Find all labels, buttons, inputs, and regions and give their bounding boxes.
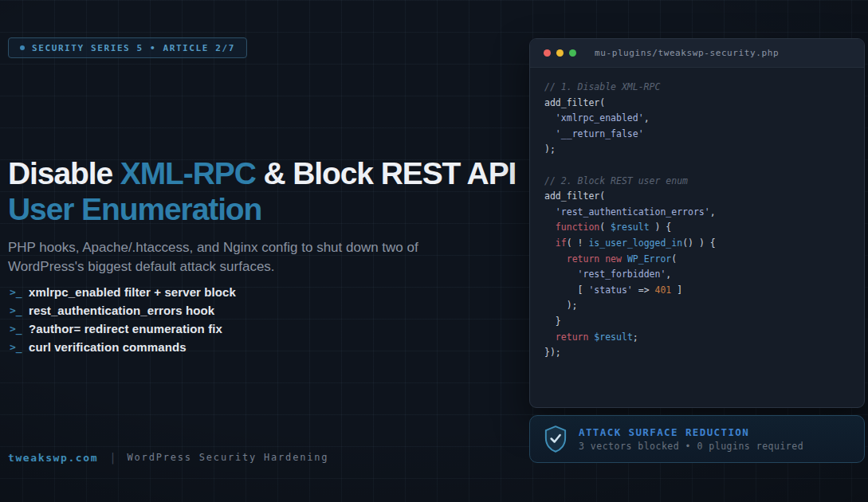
code-token: function bbox=[556, 222, 599, 233]
code-line: ); bbox=[544, 142, 853, 158]
brand-footer: tweakswp.com | WordPress Security Harden… bbox=[8, 451, 328, 464]
code-token: $result bbox=[594, 331, 632, 343]
code-token bbox=[544, 222, 556, 233]
terminal-prompt-icon: >_ bbox=[10, 341, 29, 353]
checklist-item: >_rest_authentication_errors hook bbox=[10, 304, 236, 316]
checklist-item: >_xmlrpc_enabled filter + server block bbox=[10, 285, 236, 298]
code-line: } bbox=[544, 314, 853, 330]
code-token bbox=[544, 112, 556, 124]
code-line: function( $result ) { bbox=[544, 220, 853, 236]
series-badge-label: SECURITY SERIES 5 • ARTICLE 2/7 bbox=[32, 43, 235, 53]
code-line: ); bbox=[544, 298, 853, 314]
code-line: 'rest_forbidden', bbox=[544, 267, 853, 283]
hero-card: SECURITY SERIES 5 • ARTICLE 2/7 Disable … bbox=[0, 0, 868, 502]
code-line: }); bbox=[544, 345, 853, 361]
code-token: ] bbox=[671, 284, 682, 296]
code-token: ; bbox=[633, 331, 638, 343]
page-subtitle: PHP hooks, Apache/.htaccess, and Nginx c… bbox=[8, 238, 422, 276]
brand-url[interactable]: tweakswp.com bbox=[8, 452, 98, 464]
window-filename: mu-plugins/tweakswp-security.php bbox=[595, 48, 779, 58]
page-title: Disable XML-RPC & Block REST API User En… bbox=[8, 155, 518, 227]
checklist-item-label: xmlrpc_enabled filter + server block bbox=[29, 285, 236, 299]
page-title-line2: User Enumeration bbox=[8, 192, 261, 226]
code-token: 'status' bbox=[588, 284, 632, 296]
code-token: add_filter( bbox=[544, 97, 605, 108]
badge-dot-icon bbox=[20, 45, 25, 50]
code-token: return bbox=[567, 253, 600, 265]
code-token: return bbox=[556, 331, 589, 343]
terminal-prompt-icon: >_ bbox=[10, 304, 29, 316]
checklist-item-label: ?author= redirect enumeration fix bbox=[29, 322, 222, 335]
code-token: , bbox=[644, 112, 650, 124]
feature-checklist: >_xmlrpc_enabled filter + server block>_… bbox=[10, 285, 236, 353]
code-line: return new WP_Error( bbox=[544, 252, 853, 268]
code-token: ); bbox=[544, 300, 578, 311]
code-token: ( bbox=[599, 222, 611, 233]
code-token: () ) { bbox=[682, 237, 716, 249]
code-token: new bbox=[605, 253, 622, 265]
code-token: if bbox=[556, 237, 567, 249]
code-token: 401 bbox=[654, 284, 671, 296]
code-token: } bbox=[544, 316, 561, 327]
code-token: WP_Error bbox=[627, 253, 671, 265]
code-token: , bbox=[666, 269, 671, 280]
title-segment: Disable bbox=[8, 156, 120, 190]
code-line: [ 'status' => 401 ] bbox=[544, 283, 853, 299]
card-subtitle: 3 vectors blocked • 0 plugins required bbox=[579, 441, 803, 452]
code-line: // 2. Block REST user enum bbox=[544, 174, 853, 190]
code-line: if( ! is_user_logged_in() ) { bbox=[544, 236, 853, 252]
code-token: ( ! bbox=[567, 237, 589, 249]
title-segment: XML-RPC bbox=[120, 156, 256, 190]
close-window-button[interactable] bbox=[544, 49, 551, 57]
terminal-prompt-icon: >_ bbox=[10, 286, 29, 298]
code-line: return $result; bbox=[544, 330, 853, 346]
shield-check-icon bbox=[544, 425, 568, 453]
code-line: '__return_false' bbox=[544, 127, 853, 143]
code-line: 'xmlrpc_enabled', bbox=[544, 111, 853, 127]
minimize-window-button[interactable] bbox=[556, 49, 564, 57]
code-token: '__return_false' bbox=[556, 128, 644, 139]
code-token: // 2. Block REST user enum bbox=[544, 175, 688, 186]
title-segment: & Block REST API bbox=[256, 156, 516, 190]
code-token: }); bbox=[544, 347, 561, 358]
code-token bbox=[622, 253, 627, 265]
code-content: // 1. Disable XML-RPCadd_filter( 'xmlrpc… bbox=[530, 68, 864, 361]
traffic-lights bbox=[544, 49, 576, 57]
zoom-window-button[interactable] bbox=[569, 49, 576, 57]
checklist-item: >_?author= redirect enumeration fix bbox=[10, 322, 236, 335]
code-token bbox=[544, 128, 556, 139]
code-line: // 1. Disable XML-RPC bbox=[544, 80, 853, 96]
code-token bbox=[544, 269, 578, 280]
title-segment: User Enumeration bbox=[8, 192, 261, 226]
code-token: 'rest_authentication_errors' bbox=[556, 206, 710, 218]
footer-divider: | bbox=[109, 451, 116, 464]
page-title-line1: Disable XML-RPC & Block REST API bbox=[8, 156, 516, 190]
card-title: ATTACK SURFACE REDUCTION bbox=[579, 426, 803, 438]
code-token bbox=[544, 253, 567, 265]
attack-surface-card: ATTACK SURFACE REDUCTION 3 vectors block… bbox=[529, 415, 865, 463]
code-token: $result bbox=[611, 222, 649, 233]
code-token: [ bbox=[544, 284, 588, 296]
code-line: add_filter( bbox=[544, 96, 853, 112]
terminal-prompt-icon: >_ bbox=[10, 323, 29, 335]
checklist-item: >_curl verification commands bbox=[10, 340, 236, 353]
code-token: ) { bbox=[650, 222, 672, 233]
code-line: add_filter( bbox=[544, 189, 853, 205]
code-token: 'rest_forbidden' bbox=[578, 269, 666, 280]
code-token: 'xmlrpc_enabled' bbox=[556, 112, 644, 124]
code-token: => bbox=[633, 284, 655, 296]
code-token bbox=[544, 331, 556, 343]
checklist-item-label: curl verification commands bbox=[29, 340, 187, 354]
series-badge: SECURITY SERIES 5 • ARTICLE 2/7 bbox=[8, 37, 247, 58]
code-token: ); bbox=[544, 143, 556, 155]
code-token: ( bbox=[671, 253, 677, 265]
code-token: // 1. Disable XML-RPC bbox=[544, 81, 660, 92]
footer-tagline: WordPress Security Hardening bbox=[128, 452, 329, 463]
code-token: , bbox=[710, 206, 716, 218]
code-token bbox=[544, 237, 556, 249]
code-line: 'rest_authentication_errors', bbox=[544, 205, 853, 221]
code-token: add_filter( bbox=[544, 190, 605, 202]
checklist-item-label: rest_authentication_errors hook bbox=[29, 304, 214, 317]
code-line bbox=[544, 158, 853, 174]
code-token: is_user_logged_in bbox=[588, 237, 682, 249]
